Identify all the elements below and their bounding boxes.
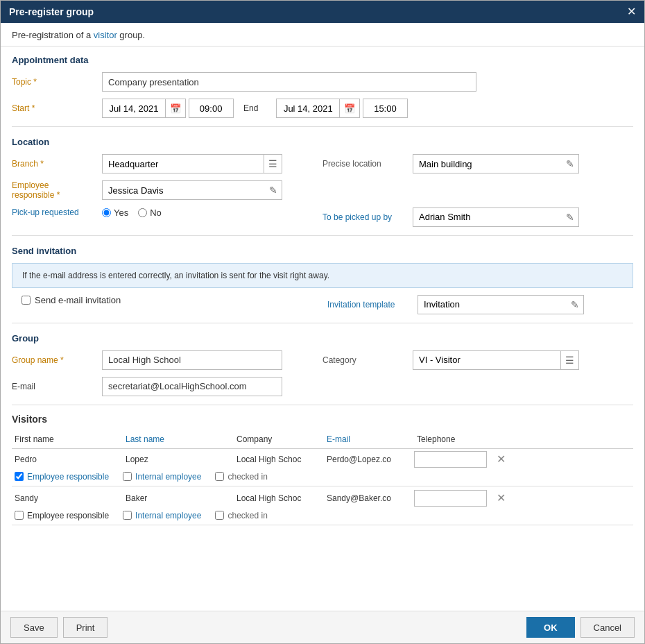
pickup-by-container[interactable]: ✎ <box>413 207 579 227</box>
start-date-field[interactable] <box>103 101 165 117</box>
precise-location-container[interactable]: ✎ <box>413 154 579 173</box>
visitor-2-email: Sandy@Baker.co <box>324 492 414 505</box>
invitation-section-title: Send invitation <box>12 246 633 256</box>
end-calendar-icon[interactable]: 📅 <box>339 99 359 117</box>
start-end-row: Start * 📅 End 📅 <box>12 99 633 118</box>
visitor-1-employee-responsible-label[interactable]: Employee responsible <box>15 472 109 482</box>
visitor-2-internal-employee-checkbox[interactable] <box>123 511 132 520</box>
visitor-2-checked-in-label[interactable]: checked in <box>215 511 267 520</box>
ok-button[interactable]: OK <box>526 617 575 638</box>
end-time-input[interactable] <box>363 99 408 118</box>
send-invitation-checkbox[interactable] <box>22 296 31 305</box>
visitor-1-company: Local High Schoc <box>234 453 324 466</box>
start-date-input[interactable]: 📅 <box>102 99 186 118</box>
start-time-input[interactable] <box>189 99 234 118</box>
invitation-info-text: If the e-mail address is entered correct… <box>22 271 329 280</box>
visitor-2-delete-button[interactable]: ✕ <box>490 490 511 506</box>
visitor-link[interactable]: visitor <box>94 30 117 40</box>
visitors-table-header: First name Last name Company E-mail Tele… <box>12 430 633 449</box>
visitor-1-internal-employee-label[interactable]: Internal employee <box>123 472 201 482</box>
visitor-2-employee-responsible-checkbox[interactable] <box>15 511 24 520</box>
precise-location-label: Precise location <box>322 159 413 169</box>
invitation-template-label: Invitation template <box>327 300 418 310</box>
visitor-2-telephone[interactable] <box>414 490 487 507</box>
visitor-1-checked-in-label[interactable]: checked in <box>215 472 267 482</box>
visitor-2-internal-employee-text: Internal employee <box>135 511 201 520</box>
category-field[interactable] <box>413 352 560 368</box>
visitor-1-telephone[interactable] <box>414 451 487 468</box>
pickup-yes-radio[interactable] <box>102 208 111 217</box>
visitor-1-internal-employee-text: Internal employee <box>135 472 201 482</box>
visitor-row-1: Pedro Lopez Local High Schoc Perdo@Lopez… <box>12 449 633 486</box>
employee-row: Employeeresponsible * ✎ <box>12 180 633 201</box>
subtitle-bar: Pre-registration of a visitor group. <box>1 23 644 46</box>
visitor-1-delete-button[interactable]: ✕ <box>490 451 511 467</box>
dialog-title: Pre-register group <box>9 6 94 17</box>
group-email-input[interactable] <box>102 377 282 396</box>
category-label: Category <box>322 355 413 365</box>
visitor-1-firstname: Pedro <box>12 453 123 466</box>
branch-input-container[interactable]: ☰ <box>102 154 282 173</box>
end-date-field[interactable] <box>277 101 339 117</box>
invitation-template-edit-icon[interactable]: ✎ <box>567 296 583 314</box>
visitor-2-firstname: Sandy <box>12 492 123 505</box>
col-last-name: Last name <box>123 433 234 446</box>
visitors-section: Visitors First name Last name Company E-… <box>12 414 633 525</box>
group-name-label: Group name * <box>12 355 102 365</box>
employee-responsible-container[interactable]: ✎ <box>102 180 282 200</box>
visitor-1-checked-in-checkbox[interactable] <box>215 472 224 481</box>
precise-location-edit-icon[interactable]: ✎ <box>562 155 578 173</box>
visitors-title: Visitors <box>12 414 633 425</box>
print-button[interactable]: Print <box>63 617 108 638</box>
visitor-data-row-2: Sandy Baker Local High Schoc Sandy@Baker… <box>12 488 633 509</box>
cancel-button[interactable]: Cancel <box>580 617 635 638</box>
title-bar: Pre-register group ✕ <box>1 1 644 23</box>
visitor-1-lastname: Lopez <box>123 453 234 466</box>
group-name-row: Group name * Category ☰ <box>12 350 633 370</box>
topic-label: Topic * <box>12 77 102 87</box>
category-container[interactable]: ☰ <box>413 350 579 370</box>
visitor-2-checked-in-checkbox[interactable] <box>215 511 224 520</box>
precise-location-field[interactable] <box>413 156 562 172</box>
start-calendar-icon[interactable]: 📅 <box>165 99 185 117</box>
pickup-by-field[interactable] <box>413 209 562 225</box>
send-invitation-label[interactable]: Send e-mail invitation <box>22 295 121 305</box>
group-email-label: E-mail <box>12 382 102 391</box>
invitation-template-container[interactable]: ✎ <box>418 295 584 314</box>
visitor-2-employee-responsible-text: Employee responsible <box>27 511 109 520</box>
category-list-icon[interactable]: ☰ <box>560 351 578 369</box>
dialog-footer: Save Print OK Cancel <box>1 611 644 643</box>
pickup-by-edit-icon[interactable]: ✎ <box>562 208 578 226</box>
col-actions <box>490 433 511 446</box>
pickup-radio-group: Yes No <box>102 207 162 218</box>
visitor-2-internal-employee-label[interactable]: Internal employee <box>123 511 201 520</box>
appointment-section-title: Appointment data <box>12 55 633 65</box>
col-email: E-mail <box>324 433 414 446</box>
invitation-template-field[interactable] <box>418 296 567 312</box>
group-email-row: E-mail <box>12 377 633 396</box>
employee-responsible-edit-icon[interactable]: ✎ <box>265 181 282 199</box>
branch-label: Branch * <box>12 159 102 169</box>
save-button[interactable]: Save <box>10 617 58 638</box>
branch-list-icon[interactable]: ☰ <box>264 155 282 173</box>
branch-row: Branch * ☰ Precise location ✎ <box>12 154 633 173</box>
visitor-2-employee-responsible-label[interactable]: Employee responsible <box>15 511 109 520</box>
end-date-input[interactable]: 📅 <box>276 99 360 118</box>
col-company: Company <box>234 433 324 446</box>
pickup-no-radio[interactable] <box>138 208 147 217</box>
subtitle-text-post: group. <box>117 30 145 40</box>
main-content: Appointment data Topic * Start * 📅 End 📅 <box>1 46 644 611</box>
group-name-input[interactable] <box>102 350 282 370</box>
visitor-1-employee-responsible-checkbox[interactable] <box>15 472 24 481</box>
pickup-yes-label[interactable]: Yes <box>102 207 128 218</box>
visitor-data-row-1: Pedro Lopez Local High Schoc Perdo@Lopez… <box>12 449 633 470</box>
close-button[interactable]: ✕ <box>627 6 636 17</box>
topic-input[interactable] <box>102 72 476 92</box>
pickup-no-label[interactable]: No <box>138 207 162 218</box>
branch-field[interactable] <box>103 156 264 172</box>
visitor-1-internal-employee-checkbox[interactable] <box>123 472 132 481</box>
pickup-by-label: To be picked up by <box>322 212 413 222</box>
visitor-1-checked-in-text: checked in <box>227 472 267 482</box>
employee-responsible-field[interactable] <box>103 183 265 198</box>
pre-register-group-dialog: Pre-register group ✕ Pre-registration of… <box>0 0 645 644</box>
